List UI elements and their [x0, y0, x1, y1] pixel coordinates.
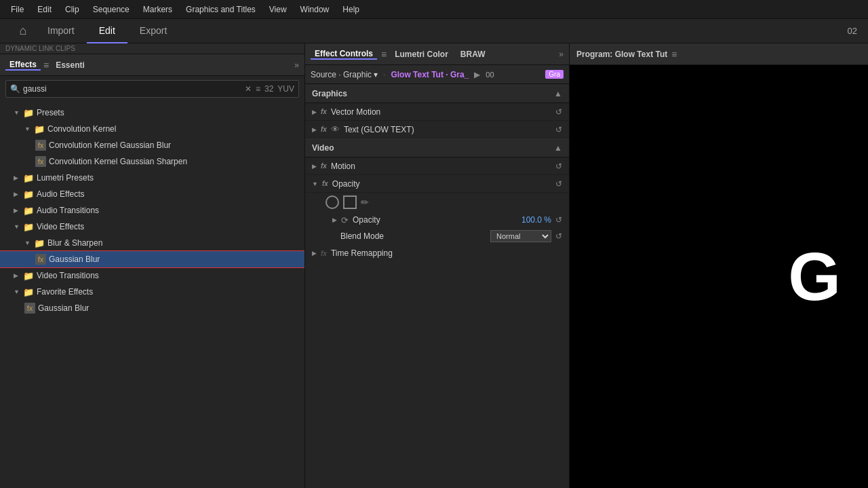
reset-motion-icon[interactable]: ↺: [555, 162, 562, 171]
glow-text-label: Text (GLOW TEXT): [344, 125, 551, 134]
search-icon: 🔍: [10, 84, 20, 94]
program-monitor-panel: Program: Glow Text Tut ≡ G: [570, 43, 868, 488]
program-monitor-header: Program: Glow Text Tut ≡: [570, 43, 868, 65]
vector-motion-row[interactable]: ▶ fx Vector Motion ↺: [305, 103, 569, 121]
chevron-opacity[interactable]: ▼: [312, 181, 318, 187]
tab-lumetri-color[interactable]: Lumetri Color: [391, 50, 452, 59]
effect-controls-menu-icon[interactable]: ≡: [381, 49, 387, 60]
tree-item-conv-gaussian-blur[interactable]: fx Convolution Kernel Gaussian Blur: [0, 137, 304, 153]
pen-mask-button[interactable]: ✏: [361, 197, 369, 208]
opacity-value[interactable]: 100.0 %: [521, 215, 551, 225]
tree-item-audio-transitions[interactable]: ▶ 📁 Audio Transitions: [0, 202, 304, 219]
rect-mask-button[interactable]: [343, 195, 357, 209]
tree-item-conv-gaussian-sharpen[interactable]: fx Convolution Kernel Gaussian Sharpen: [0, 153, 304, 170]
count-badge: 32: [264, 84, 273, 94]
chevron-lumetri: ▶: [14, 174, 20, 181]
video-section-header: Video ▲: [305, 138, 569, 157]
search-input[interactable]: [23, 84, 242, 94]
tree-item-convolution-kernel[interactable]: ▼ 📁 Convolution Kernel: [0, 121, 304, 137]
tab-braw[interactable]: BRAW: [456, 50, 490, 59]
tab-essential[interactable]: Essenti: [52, 60, 89, 70]
graphics-section-header: Graphics ▲: [305, 84, 569, 103]
tree-label-conv-gaussian-sharpen: Convolution Kernel Gaussian Sharpen: [49, 157, 187, 166]
reset-opacity-value-icon[interactable]: ↺: [555, 215, 562, 225]
video-collapse-button[interactable]: ▲: [554, 143, 562, 153]
home-button[interactable]: ⌂: [11, 19, 35, 43]
reset-glow-text-icon[interactable]: ↺: [555, 125, 562, 134]
chevron-glow-text[interactable]: ▶: [312, 126, 317, 133]
opacity-row[interactable]: ▼ fx Opacity ↺: [305, 175, 569, 193]
motion-row[interactable]: ▶ fx Motion ↺: [305, 157, 569, 175]
opacity-sub-chevron[interactable]: ▶: [332, 217, 337, 223]
reset-blend-mode-icon[interactable]: ↺: [555, 231, 562, 241]
chevron-audio-effects: ▶: [14, 191, 20, 198]
tree-label-favorite-effects: Favorite Effects: [37, 287, 93, 297]
vector-motion-label: Vector Motion: [331, 107, 551, 117]
tab-edit[interactable]: Edit: [87, 19, 127, 43]
menu-graphics-and-titles[interactable]: Graphics and Titles: [180, 3, 261, 16]
tree-item-gaussian-blur[interactable]: fx Gaussian Blur: [0, 251, 304, 267]
tree-item-video-effects[interactable]: ▼ 📁 Video Effects: [0, 219, 304, 235]
effects-panel-header: Effects ≡ Essenti »: [0, 54, 304, 76]
opacity-property-label: Opacity: [353, 215, 517, 225]
tree-item-favorite-effects[interactable]: ▼ 📁 Favorite Effects: [0, 284, 304, 300]
tree-item-presets[interactable]: ▼ 📁 Presets: [0, 105, 304, 121]
folder-icon-video-effects: 📁: [23, 222, 34, 232]
menu-edit[interactable]: Edit: [32, 3, 57, 16]
tree-item-video-transitions[interactable]: ▶ 📁 Video Transitions: [0, 267, 304, 284]
clear-search-button[interactable]: ✕: [245, 84, 252, 94]
chevron-time-remapping[interactable]: ▶: [312, 250, 317, 257]
chevron-audio-transitions: ▶: [14, 207, 20, 214]
dynamic-link-label: DYNAMIC LINK CLIPS: [0, 43, 304, 54]
effect-controls-expand-icon[interactable]: »: [559, 50, 564, 59]
ellipse-mask-button[interactable]: [326, 195, 339, 209]
source-dropdown[interactable]: Source · Graphic ▾: [311, 70, 378, 79]
tree-item-fav-gaussian-blur[interactable]: fx Gaussian Blur: [0, 300, 304, 316]
tree-label-conv-gaussian-blur: Convolution Kernel Gaussian Blur: [49, 140, 171, 150]
tree-item-blur-sharpen[interactable]: ▼ 📁 Blur & Sharpen: [0, 235, 304, 251]
folder-icon-favorite-effects: 📁: [23, 287, 34, 297]
main-layout: DYNAMIC LINK CLIPS Effects ≡ Essenti » 🔍…: [0, 43, 868, 488]
glow-text-row[interactable]: ▶ fx 👁 Text (GLOW TEXT) ↺: [305, 121, 569, 138]
tab-import[interactable]: Import: [35, 19, 87, 43]
play-button[interactable]: ▶: [474, 70, 480, 79]
time-remapping-row[interactable]: ▶ fx Time Remapping: [305, 244, 569, 262]
menu-sequence[interactable]: Sequence: [87, 3, 135, 16]
menu-view[interactable]: View: [264, 3, 292, 16]
menu-file[interactable]: File: [5, 3, 29, 16]
fx-badge-time-remapping: fx: [321, 250, 327, 257]
fx-badge-vector-motion: fx: [321, 108, 327, 115]
program-monitor-menu-icon[interactable]: ≡: [671, 49, 677, 60]
tree-item-audio-effects[interactable]: ▶ 📁 Audio Effects: [0, 186, 304, 202]
tab-export[interactable]: Export: [127, 19, 179, 43]
tab-effect-controls[interactable]: Effect Controls: [311, 49, 377, 60]
menu-markers[interactable]: Markers: [138, 3, 178, 16]
reset-vector-motion-icon[interactable]: ↺: [555, 107, 562, 117]
graphics-collapse-button[interactable]: ▲: [554, 89, 562, 98]
chevron-convolution: ▼: [24, 126, 31, 132]
eye-icon-glow-text[interactable]: 👁: [331, 124, 340, 134]
new-bin-icon[interactable]: ≡: [256, 84, 260, 94]
opacity-stopwatch-icon[interactable]: ⟳: [341, 215, 349, 225]
effects-menu-icon[interactable]: ≡: [43, 60, 49, 71]
panel-expand-icon[interactable]: »: [294, 60, 299, 70]
tree-item-lumetri-presets[interactable]: ▶ 📁 Lumetri Presets: [0, 170, 304, 186]
effects-tree: ▼ 📁 Presets ▼ 📁 Convolution Kernel fx Co…: [0, 102, 304, 488]
chevron-motion[interactable]: ▶: [312, 163, 317, 170]
menu-bar: File Edit Clip Sequence Markers Graphics…: [0, 0, 868, 19]
effect-icon-gaussian-blur: fx: [35, 254, 46, 265]
chevron-vector-motion[interactable]: ▶: [312, 109, 317, 115]
menu-help[interactable]: Help: [337, 3, 365, 16]
tree-label-presets: Presets: [37, 108, 64, 117]
tab-effects[interactable]: Effects: [5, 60, 41, 71]
reset-opacity-icon[interactable]: ↺: [555, 179, 562, 189]
menu-clip[interactable]: Clip: [60, 3, 85, 16]
opacity-label: Opacity: [332, 179, 551, 189]
tree-label-convolution: Convolution Kernel: [47, 124, 116, 134]
menu-window[interactable]: Window: [295, 3, 335, 16]
search-bar: 🔍 ✕ ≡ 32 YUV: [5, 80, 299, 98]
blend-mode-select[interactable]: Normal Dissolve Darken Multiply Screen O…: [490, 230, 551, 242]
source-separator: ·: [383, 70, 385, 79]
graphics-section-title: Graphics: [312, 89, 347, 98]
search-icons: ✕ ≡ 32 YUV: [245, 84, 294, 94]
